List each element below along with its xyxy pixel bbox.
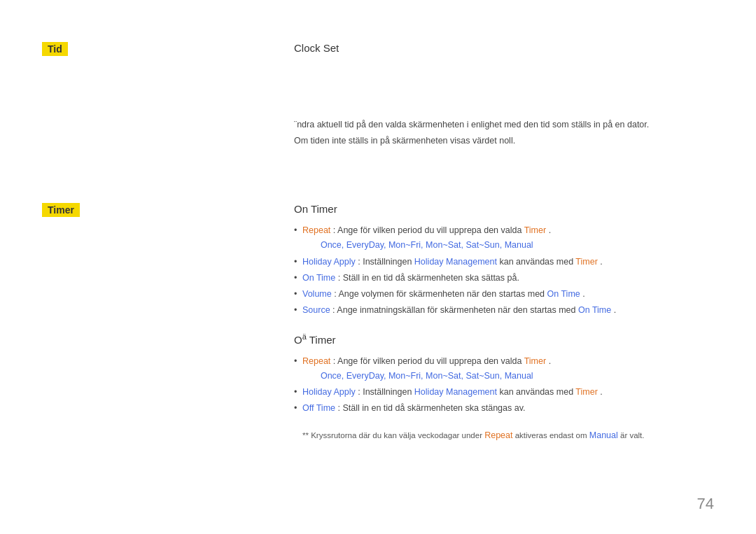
- repeat-text: : Ange för vilken period du vill upprepa…: [333, 225, 524, 235]
- timer-badge: Timer: [42, 203, 80, 217]
- tid-badge: Tid: [42, 42, 68, 56]
- list-item: On Time : Ställ in en tid då skärmenhete…: [294, 271, 714, 286]
- manual-footnote-link: Manual: [589, 430, 618, 440]
- list-item: Off Time : Ställ in en tid då skärmenhet…: [294, 401, 714, 416]
- page-container: Tid Clock Set ¨ndra aktuell tid på den v…: [0, 0, 756, 534]
- holiday-apply-link: Holiday Apply: [302, 257, 356, 267]
- timer-link2: Timer: [575, 257, 597, 267]
- page-number: 74: [697, 495, 714, 513]
- timer-link: Timer: [524, 225, 546, 235]
- holiday-apply-link2: Holiday Apply: [302, 387, 356, 397]
- clock-desc-line2: Om tiden inte ställs in på skärmenheten …: [294, 133, 649, 149]
- clock-set-desc: ¨ndra aktuell tid på den valda skärmenhe…: [294, 117, 649, 148]
- repeat-sub2: Once, EveryDay, Mon~Fri, Mon~Sat, Sat~Su…: [302, 371, 533, 381]
- list-item: Holiday Apply : Inställningen Holiday Ma…: [294, 385, 714, 400]
- repeat-sub: Once, EveryDay, Mon~Fri, Mon~Sat, Sat~Su…: [302, 240, 533, 250]
- on-time-link2: On Time: [547, 289, 580, 299]
- timer-link3: Timer: [524, 356, 546, 366]
- clock-set-area: Clock Set ¨ndra aktuell tid på den valda…: [294, 42, 649, 148]
- clock-desc-line1: ¨ndra aktuell tid på den valda skärmenhe…: [294, 117, 649, 133]
- timer-link4: Timer: [575, 387, 597, 397]
- holiday-management-link2: Holiday Management: [414, 387, 497, 397]
- clock-set-title: Clock Set: [294, 42, 649, 54]
- list-item: Repeat : Ange för vilken period du vill …: [294, 354, 714, 384]
- timer-content-area: On Timer Repeat : Ange för vilken period…: [294, 203, 714, 440]
- repeat-footnote-link: Repeat: [484, 430, 512, 440]
- volume-link: Volume: [302, 289, 332, 299]
- list-item: Holiday Apply : Inställningen Holiday Ma…: [294, 255, 714, 269]
- timer-section: Timer: [42, 203, 80, 217]
- repeat-link: Repeat: [302, 225, 330, 235]
- off-timer-title: Oä Timer: [294, 332, 714, 346]
- on-timer-title: On Timer: [294, 203, 714, 215]
- tid-section: Tid: [42, 42, 68, 56]
- on-time-link: On Time: [302, 273, 335, 283]
- footnote: ** Kryssrutorna där du kan välja veckoda…: [294, 430, 714, 440]
- list-item: Volume : Ange volymen för skärmenheten n…: [294, 287, 714, 302]
- off-time-link: Off Time: [302, 403, 335, 413]
- on-time-link3: On Time: [578, 305, 611, 315]
- list-item: Repeat : Ange för vilken period du vill …: [294, 223, 714, 253]
- list-item: Source : Ange inmatningskällan för skärm…: [294, 303, 714, 318]
- off-timer-list: Repeat : Ange för vilken period du vill …: [294, 354, 714, 416]
- source-link: Source: [302, 305, 330, 315]
- on-timer-list: Repeat : Ange för vilken period du vill …: [294, 223, 714, 318]
- repeat-link2: Repeat: [302, 356, 330, 366]
- holiday-management-link: Holiday Management: [414, 257, 497, 267]
